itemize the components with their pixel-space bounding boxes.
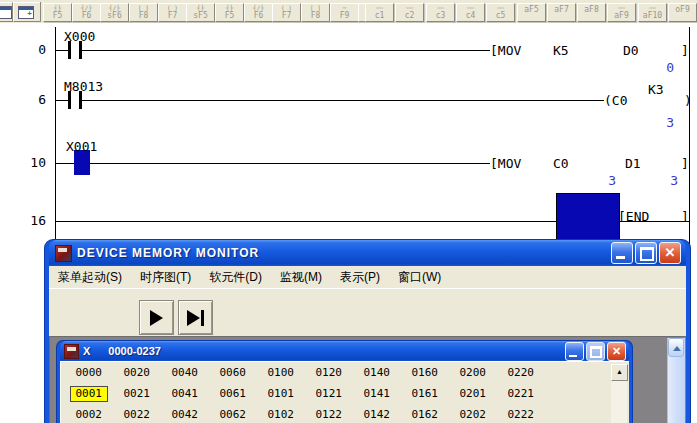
menu-item-0[interactable]: 菜单起动(S): [49, 267, 131, 288]
grid-cell-0062[interactable]: 0062: [204, 405, 252, 423]
rung-wire: [82, 50, 490, 51]
grid-cell-0141[interactable]: 0141: [348, 384, 396, 404]
ladder-tool-aF9-button[interactable]: ╌╌aF9: [607, 3, 636, 22]
menu-item-1[interactable]: 时序图(T): [131, 267, 200, 288]
ladder-tool-F7-button[interactable]: ( )F7: [272, 3, 301, 22]
operand-d1[interactable]: D1: [625, 156, 641, 171]
ladder-tool-label: sF6: [107, 11, 121, 20]
grid-cell-0001[interactable]: 0001: [60, 384, 108, 404]
ladder-tool-sF6-button[interactable]: ┤/├sF6: [100, 3, 129, 22]
ladder-tool-sF5-button[interactable]: ┤├sF5: [186, 3, 215, 22]
start-monitor-button[interactable]: [139, 300, 174, 335]
grid-row: 0000002000400060010001200140016002000220: [60, 363, 580, 383]
x-device-window: X0000-0237 ✕ ▲ 0000002000400060010001200…: [57, 341, 632, 423]
grid-cell-0102[interactable]: 0102: [252, 405, 300, 423]
ladder-tool-F8-button[interactable]: [ ]F8: [301, 3, 330, 22]
menu-item-2[interactable]: 软元件(D): [200, 267, 271, 288]
ladder-tool-aF5-button[interactable]: aF5: [517, 3, 546, 22]
x-maximize-button[interactable]: [586, 342, 605, 361]
grid-cell-0040[interactable]: 0040: [156, 363, 204, 383]
menu-item-4[interactable]: 表示(P): [331, 267, 389, 288]
ladder-tool-F5-button[interactable]: ┤├F5: [215, 3, 244, 22]
menu-item-3[interactable]: 监视(M): [271, 267, 331, 288]
ladder-tool-aF10-button[interactable]: ╌╌aF10: [638, 3, 667, 22]
grid-cell-0142[interactable]: 0142: [348, 405, 396, 423]
ladder-tool-label: c1: [375, 11, 385, 20]
grid-cell-0060[interactable]: 0060: [204, 363, 252, 383]
rung-wire: [90, 163, 490, 164]
grid-cell-0021[interactable]: 0021: [108, 384, 156, 404]
grid-cell-0061[interactable]: 0061: [204, 384, 252, 404]
instruction-end[interactable]: [END: [618, 209, 649, 224]
monitor-value: 0: [652, 60, 674, 75]
ladder-tool-c1-button[interactable]: ╌╌c1: [365, 3, 394, 22]
highlighted-cell[interactable]: 0001: [70, 386, 109, 402]
instruction-mov-2[interactable]: [MOV: [490, 156, 521, 171]
instruction-mov[interactable]: [MOV: [490, 43, 521, 58]
grid-cell-0041[interactable]: 0041: [156, 384, 204, 404]
coil-c0[interactable]: (C0: [604, 93, 627, 108]
grid-cell-0201[interactable]: 0201: [444, 384, 492, 404]
grid-cell-0042[interactable]: 0042: [156, 405, 204, 423]
grid-cell-0000[interactable]: 0000: [60, 363, 108, 383]
ladder-tool-label: c4: [466, 11, 476, 20]
grid-cell-0002[interactable]: 0002: [60, 405, 108, 423]
ladder-tool-c4-button[interactable]: ╌╌c4: [456, 3, 485, 22]
minimize-button[interactable]: [611, 242, 633, 264]
dmm-client-area: X0000-0237 ✕ ▲ 0000002000400060010001200…: [49, 336, 686, 423]
grid-cell-0220[interactable]: 0220: [492, 363, 540, 383]
window-icon-button[interactable]: [0, 2, 13, 22]
grid-cell-0222[interactable]: 0222: [492, 405, 540, 423]
grid-cell-0140[interactable]: 0140: [348, 363, 396, 383]
ladder-tool-label: oF9: [675, 5, 689, 14]
menu-item-5[interactable]: 窗口(W): [389, 267, 450, 288]
x-window-title-bar[interactable]: X0000-0237 ✕: [60, 341, 629, 361]
ladder-tool-F6-button[interactable]: ┤/├F6: [72, 3, 101, 22]
grid-cell-0200[interactable]: 0200: [444, 363, 492, 383]
dmm-title-bar[interactable]: DEVICE MEMORY MONITOR ✕: [49, 240, 686, 266]
maximize-button[interactable]: [635, 242, 657, 264]
grid-cell-0100[interactable]: 0100: [252, 363, 300, 383]
operand-c0[interactable]: C0: [553, 156, 569, 171]
grid-cell-0161[interactable]: 0161: [396, 384, 444, 404]
grid-cell-0160[interactable]: 0160: [396, 363, 444, 383]
new-window-icon-button[interactable]: +: [13, 2, 41, 22]
client-vertical-scrollbar[interactable]: [667, 338, 685, 423]
minimize-icon: [616, 256, 625, 259]
contact-label-x001[interactable]: X001: [66, 139, 97, 154]
ladder-tool-F7-button[interactable]: ( )F7: [158, 3, 187, 22]
scroll-up-arrow-icon[interactable]: ▲: [611, 364, 628, 381]
ladder-tool-F5-button[interactable]: ┤├F5: [43, 3, 72, 22]
grid-cell-0120[interactable]: 0120: [300, 363, 348, 383]
x-close-button[interactable]: ✕: [607, 342, 626, 361]
grid-cell-0020[interactable]: 0020: [108, 363, 156, 383]
grid-cell-0122[interactable]: 0122: [300, 405, 348, 423]
grid-cell-0221[interactable]: 0221: [492, 384, 540, 404]
operand-k5[interactable]: K5: [553, 43, 569, 58]
ladder-tool-F9-button[interactable]: ─F9: [330, 3, 359, 22]
ladder-tool-F8-button[interactable]: [ ]F8: [129, 3, 158, 22]
ladder-tool-c5-button[interactable]: ╌╌c5: [486, 3, 515, 22]
grid-cell-0022[interactable]: 0022: [108, 405, 156, 423]
scroll-up-button[interactable]: [668, 338, 684, 357]
play-icon: [150, 310, 163, 326]
ladder-tool-c3-button[interactable]: ╌╌c3: [426, 3, 455, 22]
grid-cell-0101[interactable]: 0101: [252, 384, 300, 404]
ladder-tool-c2-button[interactable]: ╌╌c2: [395, 3, 424, 22]
grid-cell-0121[interactable]: 0121: [300, 384, 348, 404]
contact-label-m8013[interactable]: M8013: [64, 79, 103, 94]
device-grid-scrollbar[interactable]: ▲: [611, 364, 627, 423]
step-monitor-button[interactable]: [178, 300, 213, 335]
step-number: 10: [10, 155, 46, 170]
close-button[interactable]: ✕: [659, 242, 681, 264]
grid-cell-0202[interactable]: 0202: [444, 405, 492, 423]
contact-label-x000[interactable]: X000: [64, 29, 95, 44]
ladder-tool-aF7-button[interactable]: aF7: [547, 3, 576, 22]
x-minimize-button[interactable]: [565, 342, 584, 361]
grid-cell-0162[interactable]: 0162: [396, 405, 444, 423]
ladder-tool-oF9-button[interactable]: oF9: [668, 3, 697, 22]
monitor-value: 3: [652, 115, 674, 130]
operand-d0[interactable]: D0: [623, 43, 639, 58]
ladder-tool-F6-button[interactable]: ┤/├F6: [244, 3, 273, 22]
ladder-tool-aF8-button[interactable]: aF8: [577, 3, 606, 22]
